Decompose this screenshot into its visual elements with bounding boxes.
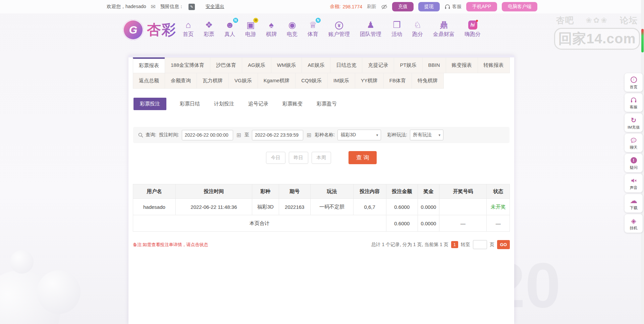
withdraw-button[interactable]: 提现 <box>418 2 440 11</box>
deposit-button[interactable]: 充值 <box>392 2 414 11</box>
search-icon <box>138 132 144 138</box>
trophy-icon: ♕N <box>309 20 317 30</box>
calendar-icon[interactable]: ⊞ <box>236 132 241 139</box>
nav-item-jinding-wealth[interactable]: 鼎 金鼎财富 <box>433 20 454 38</box>
tab-balance-query[interactable]: 余额查询 <box>165 73 197 89</box>
edit-pencil-icon[interactable]: ✎ <box>189 4 195 10</box>
nav-item-board-games[interactable]: ♠ 棋牌 <box>266 20 277 38</box>
hide-balance-icon[interactable] <box>381 4 387 10</box>
scrollbar-thumb[interactable] <box>641 29 644 52</box>
nav-item-home[interactable]: ⌂ 首页 <box>183 20 194 38</box>
play-type-select[interactable]: 所有玩法 ▾ <box>410 130 443 140</box>
subtab-chase-records[interactable]: 追号记录 <box>248 98 269 110</box>
nav-item-egames[interactable]: ▣H 电游 <box>245 20 256 38</box>
col-bet-amount: 投注金额 <box>386 184 418 199</box>
lottery-name-select[interactable]: 福彩3D ▾ <box>337 130 381 140</box>
go-button[interactable]: GO <box>497 240 510 249</box>
tab-wm-casino[interactable]: WM娱乐 <box>271 57 302 73</box>
nav-item-team[interactable]: ♟ 团队管理 <box>360 20 381 38</box>
tab-account-change-report[interactable]: 账变报表 <box>446 57 478 73</box>
tab-cq9-casino[interactable]: CQ9娱乐 <box>295 73 328 89</box>
tab-vg-casino[interactable]: VG娱乐 <box>228 73 258 89</box>
total-bet-amount: 0.6000 <box>386 215 418 232</box>
tab-lottery-report[interactable]: 彩票报表 <box>133 57 165 73</box>
subtab-lottery-daily[interactable]: 彩票日结 <box>179 98 201 110</box>
subtab-lottery-bets[interactable]: 彩票投注 <box>133 98 166 110</box>
nav-item-esports[interactable]: ◉ 电竞 <box>287 20 298 38</box>
nav-item-paofen[interactable]: ♘ 跑分 <box>412 20 423 38</box>
tab-transfer-report[interactable]: 转账报表 <box>478 57 510 73</box>
tab-pt-casino[interactable]: PT娱乐 <box>394 57 422 73</box>
subtab-plan-bets[interactable]: 计划投注 <box>213 98 235 110</box>
cards-icon: ♠ <box>269 20 274 30</box>
quick-filter-row: 今日 昨日 本周 查 询 <box>133 151 510 164</box>
report-panel: 彩票报表 188金宝博体育 沙巴体育 AG娱乐 WM娱乐 AE娱乐 日结总览 充… <box>128 55 514 324</box>
tab-bbin[interactable]: BBIN <box>422 57 446 73</box>
tab-daily-summary[interactable]: 日结总览 <box>330 57 362 73</box>
col-play: 玩法 <box>310 184 353 199</box>
nav-item-lottery[interactable]: ❖ 彩票 <box>204 20 214 38</box>
current-page-badge[interactable]: 1 <box>451 241 458 248</box>
esports-icon: ◉ <box>288 20 296 30</box>
nav-item-sports[interactable]: ♕N 体育 <box>308 20 318 38</box>
sidebar-item-sound[interactable]: 声音 <box>625 174 643 192</box>
sidebar-item-download[interactable]: ☁ 下载 <box>625 194 643 213</box>
tab-ae-casino[interactable]: AE娱乐 <box>302 57 330 73</box>
nav-item-account[interactable]: ¥ 账户管理 <box>328 21 350 38</box>
flourish-ornament: ❀✿❀ <box>586 16 608 25</box>
sidebar-item-home[interactable]: ↑ 首页 <box>625 73 643 92</box>
decor-ball-small <box>10 250 34 274</box>
subtab-lottery-account-change[interactable]: 彩票账变 <box>282 98 303 110</box>
mobile-app-button[interactable]: 手机APP <box>466 2 497 11</box>
customer-service-link[interactable]: 客服 <box>444 4 462 10</box>
search-submit-button[interactable]: 查 询 <box>348 151 377 164</box>
tab-188jinbaobo-sports[interactable]: 188金宝博体育 <box>165 57 210 73</box>
tab-deposit-withdraw-records[interactable]: 充提记录 <box>362 57 394 73</box>
tab-rebate-total[interactable]: 返点总额 <box>133 73 165 89</box>
status-link[interactable]: 未开奖 <box>491 204 506 210</box>
tab-yy-boardgames[interactable]: YY棋牌 <box>355 73 384 89</box>
total-status: — <box>487 215 510 232</box>
mute-speaker-icon <box>625 177 643 184</box>
ding-icon: 鼎 <box>440 20 448 30</box>
nav-item-activity[interactable]: ❒ 活动 <box>391 20 402 38</box>
cell-username: hadesado <box>133 199 176 215</box>
sidebar-item-question[interactable]: ! 疑问 <box>625 154 643 172</box>
nav-item-hi-paofen[interactable]: hi 嗨跑分 <box>465 20 481 38</box>
subtab-lottery-profit-loss[interactable]: 彩票盈亏 <box>316 98 337 110</box>
logo-text: 杏彩 <box>147 20 176 39</box>
table-total-row: 本页合计 0.6000 0.0000 — — <box>133 215 510 232</box>
bet-time-from-input[interactable] <box>182 130 233 140</box>
bet-time-to-input[interactable] <box>252 130 303 140</box>
sidebar-item-im-recharge[interactable]: ↻ IM充值 <box>625 113 643 132</box>
reserved-info-label: 预留信息： <box>160 4 184 10</box>
bet-time-label: 投注时间: <box>159 132 179 138</box>
sidebar-item-chat[interactable]: 聊天 <box>625 134 643 152</box>
nav-item-live-casino[interactable]: ☻N 真人 <box>224 20 235 38</box>
pc-client-button[interactable]: 电脑客户端 <box>502 2 537 11</box>
tab-kgame-boardgames[interactable]: Kgame棋牌 <box>258 73 296 89</box>
this-week-button[interactable]: 本周 <box>312 152 331 164</box>
sidebar-item-autoplay[interactable]: ◈ 挂机 <box>625 214 643 233</box>
hi-app-icon: hi <box>468 20 477 30</box>
footer-row: 备注:如需查看投注单详情，请点击状态 总计 1 个记录, 分为 1 页, 当前第… <box>133 240 510 249</box>
site-logo[interactable]: G 杏彩 <box>123 19 176 40</box>
logout-link[interactable]: 安全退出 <box>206 4 224 10</box>
tab-fb-sports[interactable]: FB体育 <box>383 73 412 89</box>
tab-im-casino[interactable]: IM娱乐 <box>327 73 355 89</box>
envelope-icon[interactable]: ✉ <box>151 3 156 10</box>
tab-shaba-sports[interactable]: 沙巴体育 <box>210 57 242 73</box>
tab-tetu-boardgames[interactable]: 特兔棋牌 <box>412 73 444 89</box>
goto-page-input[interactable] <box>473 240 487 249</box>
tab-ag-casino[interactable]: AG娱乐 <box>242 57 271 73</box>
sidebar-item-service[interactable]: 客服 <box>625 93 643 112</box>
today-button[interactable]: 今日 <box>266 152 285 164</box>
table-row: hadesado 2022-06-22 11:48:36 福彩3D 202216… <box>133 199 510 215</box>
refresh-link[interactable]: 刷新 <box>367 4 376 10</box>
tab-wali-boardgames[interactable]: 瓦力棋牌 <box>197 73 229 89</box>
recharge-refresh-icon: ↻ <box>625 116 643 124</box>
calendar-icon[interactable]: ⊞ <box>307 132 311 139</box>
team-people-icon: ♟ <box>367 20 374 30</box>
yesterday-button[interactable]: 昨日 <box>289 152 308 164</box>
new-badge: N <box>316 18 321 23</box>
